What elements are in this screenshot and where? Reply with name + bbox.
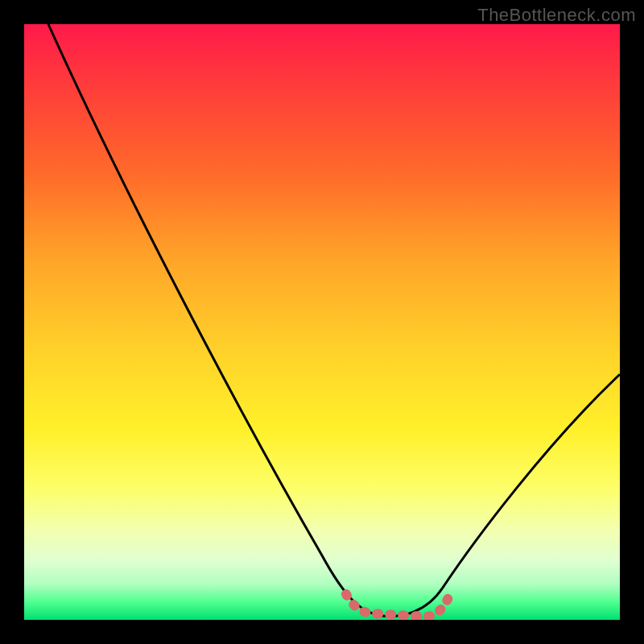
plot-area bbox=[24, 24, 620, 620]
chart-frame: TheBottleneck.com bbox=[0, 0, 644, 644]
watermark-text: TheBottleneck.com bbox=[477, 5, 636, 26]
bottleneck-curve bbox=[48, 24, 620, 617]
curve-layer bbox=[24, 24, 620, 620]
